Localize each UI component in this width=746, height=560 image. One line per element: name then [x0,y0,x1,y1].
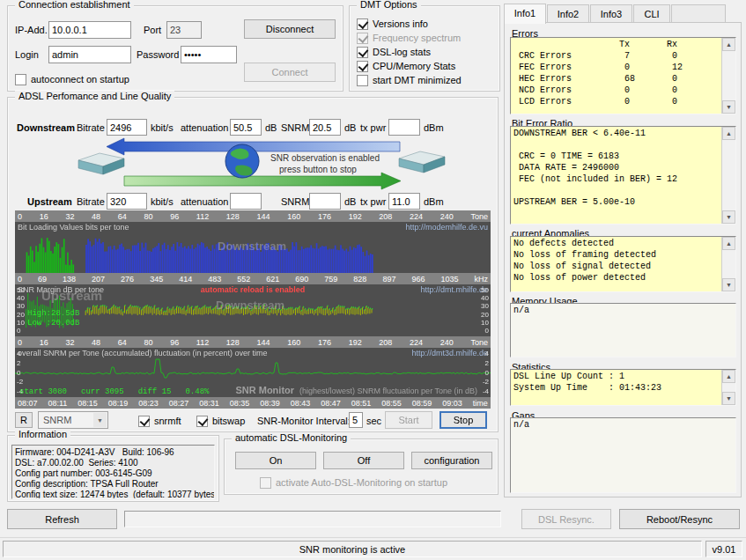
y-tick: 0 [17,369,23,377]
snr-high-label: High:28.5dB [27,309,79,318]
ds-bitrate-input[interactable]: 2496 [107,119,147,136]
ip-input[interactable]: 10.0.0.1 [48,21,131,39]
us-txpwr-input[interactable]: 11.0 [388,193,420,210]
monitoring-config-button[interactable]: configuration [411,452,492,469]
snrm-label-ds: SNRM [281,122,309,133]
dmt-option-frequency-spectrum[interactable]: Frequency spectrum [357,32,461,44]
scroll-up-icon[interactable] [722,38,735,51]
port-input[interactable]: 23 [166,21,202,39]
fluctuation-chart: overall SNRM per Tone (accumulated) fluc… [15,348,491,397]
dsl-resync-button[interactable]: DSL Resync. [521,509,611,529]
kbits-label-ds: kbit/s [151,122,174,133]
checkbox-box [138,416,150,427]
dmt-option-dsl-log-stats[interactable]: DSL-log stats [357,46,431,58]
ruler-tick: 176 [318,212,331,221]
version-label: v9.01 [713,544,736,555]
monitoring-off-button[interactable]: Off [323,452,404,469]
auto-monitoring-startup-checkbox[interactable]: activate Auto-DSL-Monitoring on startup [260,476,447,489]
scroll-up-icon[interactable] [722,127,735,140]
login-label: Login [15,49,39,60]
scroll-up-icon[interactable] [722,370,735,383]
snrm-dropdown[interactable]: SNRM [38,411,108,429]
line-diagram-svg: SNR observation is enabled press button … [15,136,492,191]
tab-cli[interactable]: CLI [633,4,670,22]
monitoring-on-button[interactable]: On [235,452,316,469]
checkbox-box [196,416,208,427]
dmt-option-cpu-memory-stats[interactable]: CPU/Memory Stats [357,60,455,72]
remote-modem-icon [399,151,445,173]
ruler-tick: 0 [18,212,22,221]
db-label-ds1: dB [265,122,277,133]
interval-input[interactable]: 5 [349,412,363,428]
y-tick: 10 [17,319,25,327]
ruler-tick: 240 [440,212,454,221]
ds-snrm-input[interactable]: 20.5 [309,119,341,136]
us-bitrate-input[interactable]: 320 [107,193,147,210]
reboot-resync-button[interactable]: Reboot/Resync [619,509,740,529]
ruler-tick: 128 [226,338,240,347]
ruler-tick: 08:07 [18,399,38,408]
ruler-unit: kHz [474,275,488,284]
y-tick: 0 [483,369,489,377]
tab-info3[interactable]: Info3 [590,4,632,22]
connect-button[interactable]: Connect [244,63,336,82]
password-input[interactable]: ••••• [181,46,237,63]
reload-button[interactable]: R [15,412,33,428]
bitrate-label-ds: Bitrate [77,122,105,133]
checkbox-label: DSL-log stats [373,47,431,57]
globe-icon[interactable] [225,144,259,178]
scroll-up-icon[interactable] [722,237,735,250]
scroll-down-icon[interactable] [722,210,735,224]
checkbox-box [15,74,26,85]
scroll-down-icon[interactable] [722,278,735,291]
ds-txpwr-input[interactable] [388,119,420,136]
errors-scrollbar[interactable] [721,38,735,114]
tab-info1[interactable]: Info1 [504,4,546,24]
bitloading-url: http://modemhilfe.de.vu [405,223,488,232]
ds-attenuation-input[interactable]: 50.5 [230,119,262,136]
y-tick: 50 [17,286,25,294]
start-button[interactable]: Start [385,411,432,429]
bitrate-label-us: Bitrate [77,196,105,207]
anomalies-box: No defects detected No loss of framing d… [510,236,736,292]
dmt-option-start-dmt-minimized[interactable]: start DMT minimized [357,74,462,86]
tone-ruler-top: 0163248648096112128144160176192208224240… [15,210,491,222]
scroll-down-icon[interactable] [722,100,735,114]
snr-margin-chart: SNR Margin dB per tone automatic reload … [15,284,491,336]
stop-button[interactable]: Stop [439,411,487,429]
errors-text: Tx Rx CRC Errors 7 0 FEC Errors 0 12 HEC… [511,38,735,107]
snr-margin-url: http://dmt.mhilfe.de [420,285,488,294]
gaps-box: n/a [510,417,736,493]
us-attenuation-input[interactable] [230,193,262,210]
ber-scrollbar[interactable] [721,127,735,224]
statistics-text: DSL Line Up Count : 1 System Up Time : 0… [511,370,735,394]
refresh-button[interactable]: Refresh [7,509,117,529]
ruler-tick: 345 [150,275,163,284]
anomalies-scrollbar[interactable] [721,237,735,291]
local-modem-icon [78,153,124,174]
dmt-option-versions-info[interactable]: Versions info [357,18,428,30]
tab-info2[interactable]: Info2 [547,4,589,22]
stat-diff: diff 15 [138,387,172,396]
checkbox-label: start DMT minimized [373,75,462,85]
auto-monitoring-startup-label: activate Auto-DSL-Monitoring on startup [276,477,447,488]
ruler-tick: 80 [144,212,152,221]
y-tick: 30 [481,302,489,310]
auto-monitoring-title: automatic DSL-Monitoring [232,432,351,443]
autoconnect-checkbox[interactable]: autoconnect on startup [15,73,129,85]
login-input[interactable]: admin [48,46,131,63]
scroll-down-icon[interactable] [722,392,735,405]
port-label: Port [144,25,161,35]
statistics-scrollbar[interactable] [721,370,735,405]
status-message: SNR monitoring is active [299,544,405,555]
ruler-tick: 16 [40,338,48,347]
snrmft-checkbox[interactable]: snrmft [138,415,181,427]
disconnect-button[interactable]: Disconnect [244,19,336,39]
snr-monitor-caption: SNR Monitor(highest/lowest) SNRM fluctua… [235,385,477,395]
snr-margin-watermark-downstream: Downstream [216,298,284,312]
bitswap-checkbox[interactable]: bitswap [196,415,245,427]
fluctuation-title: overall SNRM per Tone (accumulated) fluc… [18,349,267,357]
y-tick: 0 [17,327,25,335]
connection-group-title: Connection establishment [15,0,134,10]
us-snrm-input[interactable] [309,193,341,210]
